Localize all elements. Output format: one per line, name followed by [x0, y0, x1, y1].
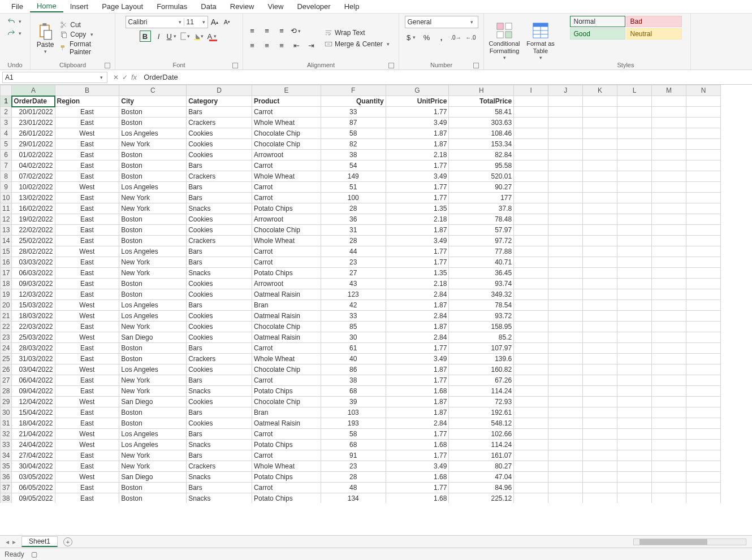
- cell[interactable]: 06/04/2022: [12, 375, 55, 386]
- align-top-button[interactable]: ≡: [247, 25, 258, 37]
- cell[interactable]: Potato Chips: [252, 268, 321, 279]
- cell[interactable]: [686, 118, 720, 128]
- cell[interactable]: East: [55, 483, 119, 493]
- row-header[interactable]: 6: [1, 150, 12, 160]
- cell[interactable]: Bars: [187, 160, 252, 171]
- cell[interactable]: 2.84: [386, 289, 449, 300]
- cell[interactable]: [583, 268, 617, 279]
- cell[interactable]: 16/02/2022: [12, 203, 55, 214]
- cell[interactable]: Bars: [187, 107, 252, 118]
- cell[interactable]: West: [55, 128, 119, 139]
- cell[interactable]: [583, 107, 617, 118]
- cell[interactable]: [548, 107, 583, 118]
- cell[interactable]: West: [55, 311, 119, 322]
- cell[interactable]: [583, 397, 617, 407]
- cell[interactable]: Cookies: [187, 139, 252, 150]
- cell[interactable]: [548, 193, 583, 203]
- cell[interactable]: [583, 493, 617, 503]
- col-header-M[interactable]: M: [652, 85, 686, 96]
- cell[interactable]: [548, 257, 583, 268]
- row-header[interactable]: 25: [1, 354, 12, 364]
- col-header-G[interactable]: G: [386, 85, 449, 96]
- cell[interactable]: [686, 160, 720, 171]
- cell[interactable]: [686, 322, 720, 332]
- cell[interactable]: 193: [321, 418, 386, 429]
- cell[interactable]: [686, 279, 720, 289]
- cell[interactable]: 19/02/2022: [12, 214, 55, 225]
- cell[interactable]: [617, 332, 652, 343]
- cell[interactable]: 33: [321, 311, 386, 322]
- cell[interactable]: 18/04/2022: [12, 418, 55, 429]
- cell[interactable]: 85: [321, 322, 386, 332]
- cell[interactable]: [583, 429, 617, 440]
- cell[interactable]: TotalPrice: [449, 96, 514, 107]
- cell[interactable]: [617, 268, 652, 279]
- cell[interactable]: [548, 429, 583, 440]
- cell[interactable]: East: [55, 118, 119, 128]
- row-header[interactable]: 1: [1, 96, 12, 107]
- row-header[interactable]: 18: [1, 279, 12, 289]
- cell[interactable]: West: [55, 332, 119, 343]
- menu-data[interactable]: Data: [194, 1, 223, 12]
- cell[interactable]: [686, 332, 720, 343]
- cell[interactable]: [617, 322, 652, 332]
- cell[interactable]: Region: [55, 96, 119, 107]
- cell[interactable]: [514, 300, 548, 311]
- increase-decimal-button[interactable]: .0→: [451, 32, 462, 43]
- cell[interactable]: 80.27: [449, 461, 514, 472]
- row-header[interactable]: 34: [1, 450, 12, 461]
- cell[interactable]: [652, 429, 686, 440]
- cell[interactable]: 1.87: [386, 300, 449, 311]
- cell[interactable]: 39: [321, 397, 386, 407]
- cell[interactable]: 2.84: [386, 311, 449, 322]
- cell[interactable]: [514, 118, 548, 128]
- cell[interactable]: New York: [119, 386, 187, 397]
- cell[interactable]: Carrot: [252, 450, 321, 461]
- cell-style-bad[interactable]: Bad: [626, 16, 682, 27]
- cell[interactable]: [686, 289, 720, 300]
- conditional-formatting-button[interactable]: Conditional Formatting▾: [487, 22, 521, 60]
- cell[interactable]: 103: [321, 407, 386, 418]
- paste-button[interactable]: Paste▾: [34, 23, 57, 54]
- cell[interactable]: 23: [321, 461, 386, 472]
- cell[interactable]: 27: [321, 268, 386, 279]
- cell[interactable]: [514, 429, 548, 440]
- cell[interactable]: [652, 289, 686, 300]
- cell[interactable]: [617, 214, 652, 225]
- cell[interactable]: East: [55, 139, 119, 150]
- cell[interactable]: [686, 461, 720, 472]
- cell[interactable]: Crackers: [187, 461, 252, 472]
- cell[interactable]: [617, 246, 652, 257]
- cell[interactable]: Potato Chips: [252, 472, 321, 483]
- cell[interactable]: Whole Wheat: [252, 171, 321, 182]
- cell[interactable]: [617, 289, 652, 300]
- cell[interactable]: [617, 279, 652, 289]
- cell[interactable]: [617, 150, 652, 160]
- cell[interactable]: [583, 279, 617, 289]
- cell[interactable]: [617, 118, 652, 128]
- cell[interactable]: [652, 279, 686, 289]
- cell[interactable]: 27/04/2022: [12, 450, 55, 461]
- cell[interactable]: [686, 268, 720, 279]
- cell[interactable]: 82: [321, 139, 386, 150]
- cell[interactable]: Los Angeles: [119, 246, 187, 257]
- cell[interactable]: [514, 440, 548, 450]
- cell[interactable]: [514, 450, 548, 461]
- cell[interactable]: Cookies: [187, 289, 252, 300]
- cell[interactable]: [617, 429, 652, 440]
- cell[interactable]: [617, 171, 652, 182]
- cell[interactable]: [514, 193, 548, 203]
- row-header[interactable]: 31: [1, 418, 12, 429]
- row-header[interactable]: 38: [1, 493, 12, 503]
- cell[interactable]: 1.87: [386, 407, 449, 418]
- cell[interactable]: [617, 461, 652, 472]
- align-right-button[interactable]: ≡: [276, 40, 287, 51]
- cell[interactable]: Carrot: [252, 483, 321, 493]
- cell[interactable]: 1.77: [386, 343, 449, 354]
- cell[interactable]: Carrot: [252, 160, 321, 171]
- add-sheet-button[interactable]: +: [63, 537, 72, 546]
- cell[interactable]: [652, 418, 686, 429]
- cell[interactable]: Whole Wheat: [252, 118, 321, 128]
- cell[interactable]: 31: [321, 225, 386, 236]
- cell[interactable]: 28/03/2022: [12, 343, 55, 354]
